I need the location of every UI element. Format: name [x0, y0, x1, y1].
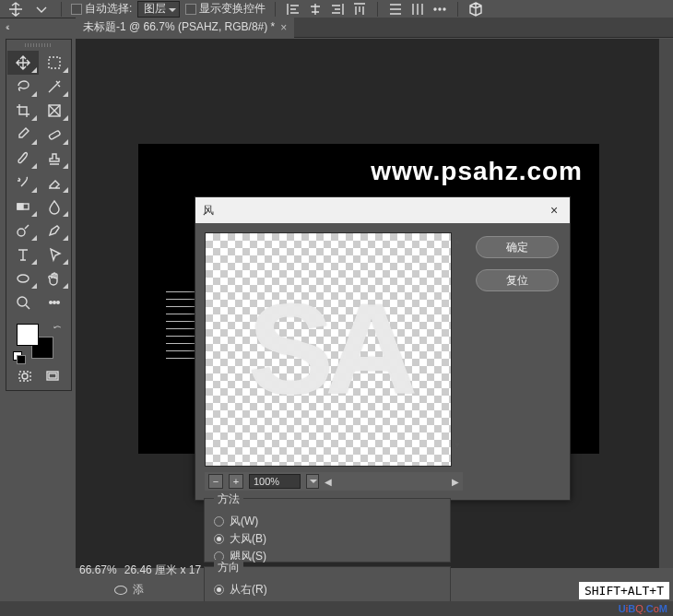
- distribute-icon: [409, 1, 426, 18]
- brush-tool[interactable]: [7, 147, 39, 171]
- hand-icon: [46, 270, 63, 287]
- preview-image[interactable]: SA ▲ ▼: [205, 232, 452, 467]
- zoom-out-button[interactable]: −: [208, 474, 223, 489]
- eraser-icon: [46, 174, 63, 191]
- default-colors-button[interactable]: [13, 351, 28, 362]
- dodge-tool[interactable]: [7, 219, 39, 243]
- align-right-icon: [329, 1, 346, 18]
- distribute-button-2[interactable]: [409, 2, 426, 17]
- path-select-tool[interactable]: [39, 243, 70, 267]
- chevron-down-icon: [33, 1, 50, 18]
- auto-select-target-value: 图层: [144, 1, 166, 17]
- align-center-h-icon: [307, 1, 324, 18]
- preview-scroll-up[interactable]: ▲: [453, 235, 462, 244]
- reset-button[interactable]: 复位: [476, 269, 559, 291]
- align-right-button[interactable]: [329, 2, 346, 17]
- shortcut-overlay: SHIFT+ALT+T: [579, 582, 669, 599]
- direction-right-radio[interactable]: 从右(R): [214, 582, 441, 598]
- shape-tool[interactable]: [7, 267, 39, 290]
- method-stagger-radio[interactable]: 飓风(S): [214, 549, 441, 564]
- move-tool[interactable]: [7, 51, 39, 75]
- cube-icon: [467, 1, 484, 18]
- checkbox-icon: [185, 4, 196, 15]
- auto-select-target-dropdown[interactable]: 图层: [137, 1, 180, 18]
- zoom-tool[interactable]: [7, 290, 39, 314]
- document-tab-label: 未标题-1 @ 66.7% (PSAHZ, RGB/8#) *: [83, 19, 275, 35]
- preview-scroll-down[interactable]: ▼: [453, 440, 462, 449]
- more-align-button[interactable]: [431, 2, 448, 17]
- arrow-cursor-icon: [46, 246, 63, 263]
- separator: [61, 2, 62, 17]
- svg-point-15: [22, 373, 28, 379]
- panel-collapse-chevrons[interactable]: ‹‹: [6, 22, 8, 32]
- gradient-tool[interactable]: [7, 195, 39, 219]
- blur-tool[interactable]: [39, 195, 70, 219]
- tool-preset-dropdown[interactable]: [6, 2, 26, 17]
- stamp-icon: [46, 150, 63, 167]
- foreground-color[interactable]: [17, 324, 39, 346]
- zoom-value-field[interactable]: 100%: [249, 474, 301, 489]
- quick-select-tool[interactable]: [39, 75, 70, 99]
- svg-rect-3: [49, 57, 60, 68]
- align-center-h-button[interactable]: [307, 2, 324, 17]
- svg-point-9: [18, 275, 29, 282]
- 3d-mode-button[interactable]: [467, 2, 484, 17]
- preview-scroll-left[interactable]: ◀: [325, 477, 332, 487]
- show-transform-label: 显示变换控件: [199, 1, 266, 17]
- document-tab[interactable]: 未标题-1 @ 66.7% (PSAHZ, RGB/8#) * ×: [76, 18, 294, 38]
- separator: [275, 2, 276, 17]
- history-brush-icon: [15, 174, 31, 191]
- svg-point-13: [57, 302, 60, 304]
- show-transform-checkbox[interactable]: 显示变换控件: [185, 1, 266, 17]
- eraser-tool[interactable]: [39, 171, 70, 195]
- artboard-tool[interactable]: [39, 51, 70, 75]
- heal-tool[interactable]: [39, 123, 70, 147]
- tool-grid: [7, 51, 70, 314]
- distribute-button-1[interactable]: [387, 2, 404, 17]
- visibility-eye-icon[interactable]: [114, 586, 127, 595]
- screen-icon: [44, 368, 61, 385]
- ellipse-icon: [15, 270, 31, 287]
- crop-tool[interactable]: [7, 99, 39, 123]
- stamp-tool[interactable]: [39, 147, 70, 171]
- type-tool[interactable]: [7, 243, 39, 267]
- zoom-in-button[interactable]: +: [229, 474, 243, 489]
- preview-zoom-bar: − + 100% ◀ ▶: [205, 472, 463, 491]
- method-blast-radio[interactable]: 大风(B): [214, 531, 441, 547]
- move-icon: [15, 54, 31, 71]
- hand-tool[interactable]: [39, 267, 70, 290]
- status-bar: 66.67% 26.46 厘米 x 17: [76, 561, 201, 579]
- preview-scroll-right[interactable]: ▶: [452, 477, 459, 487]
- ok-button[interactable]: 确定: [476, 236, 559, 258]
- separator: [377, 2, 378, 17]
- quick-mask-button[interactable]: [15, 368, 35, 385]
- panel-drag-handle[interactable]: [25, 43, 53, 47]
- lasso-tool[interactable]: [7, 75, 39, 99]
- history-brush-tool[interactable]: [7, 171, 39, 195]
- status-zoom[interactable]: 66.67%: [79, 563, 117, 576]
- edit-toolbar-button[interactable]: [39, 290, 70, 314]
- swap-colors-button[interactable]: ⤺: [53, 322, 61, 332]
- vertical-scrollbar[interactable]: [658, 39, 673, 568]
- frame-tool[interactable]: [39, 99, 70, 123]
- options-bar: 自动选择: 图层 显示变换控件: [0, 0, 673, 18]
- dialog-close-button[interactable]: ×: [546, 202, 562, 219]
- eyedropper-tool[interactable]: [7, 123, 39, 147]
- separator: [457, 2, 458, 17]
- auto-select-checkbox[interactable]: 自动选择:: [71, 1, 132, 17]
- bandage-icon: [46, 126, 63, 143]
- dodge-icon: [15, 222, 31, 239]
- dropdown-caret[interactable]: [31, 2, 52, 17]
- align-top-button[interactable]: [351, 2, 368, 17]
- pen-tool[interactable]: [39, 219, 70, 243]
- type-icon: [15, 246, 31, 263]
- frame-icon: [46, 102, 63, 119]
- zoom-dropdown[interactable]: [306, 474, 319, 489]
- tab-close-button[interactable]: ×: [280, 21, 287, 34]
- screen-mode-button[interactable]: [42, 368, 63, 385]
- method-wind-radio[interactable]: 风(W): [214, 514, 441, 529]
- lasso-icon: [15, 78, 31, 95]
- align-left-button[interactable]: [285, 2, 301, 17]
- dialog-titlebar[interactable]: 风 ×: [195, 197, 570, 223]
- screen-mode-row: [15, 368, 63, 385]
